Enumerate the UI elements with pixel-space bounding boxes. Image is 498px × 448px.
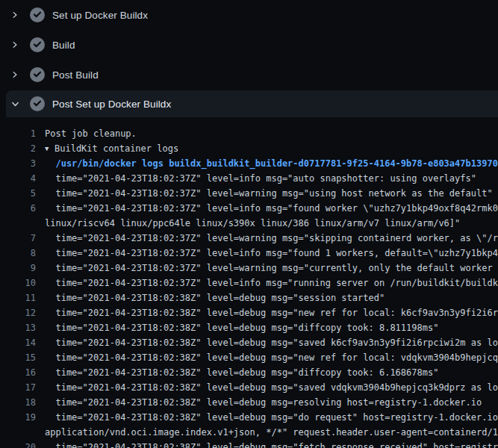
step-row-post-set-up-docker-buildx[interactable]: Post Set up Docker Buildx [6,90,498,117]
log-line: 5 time="2021-04-23T18:02:37Z" level=warn… [0,186,498,201]
log-line-text: time="2021-04-23T18:02:38Z" level=debug … [45,350,498,365]
line-number[interactable]: 8 [0,246,36,261]
log-line: 15 time="2021-04-23T18:02:38Z" level=deb… [0,350,498,365]
log-line-text: BuildKit container logs [55,141,178,156]
line-number[interactable]: 17 [0,380,36,395]
step-label: Set up Docker Buildx [52,10,148,21]
group-toggle-icon[interactable]: ▼ [45,141,55,156]
chevron-right-icon [9,69,21,81]
actions-log-viewer: Set up Docker Buildx Build [0,0,498,448]
log-line-text: time="2021-04-23T18:02:37Z" level=info m… [45,201,498,216]
step-row-build[interactable]: Build [0,30,498,60]
log-line: 19 time="2021-04-23T18:02:38Z" level=deb… [0,410,498,425]
log-line: 12 time="2021-04-23T18:02:38Z" level=deb… [0,305,498,320]
log-line-text: time="2021-04-23T18:02:38Z" level=debug … [45,305,498,320]
chevron-down-icon [9,98,21,110]
line-number[interactable]: 2 [0,141,36,156]
log-line-text: Post job cleanup. [45,126,137,141]
log-line-text: time="2021-04-23T18:02:37Z" level=warnin… [45,186,493,201]
step-row-set-up-docker-buildx[interactable]: Set up Docker Buildx [0,0,498,30]
step-label: Build [52,40,75,51]
log-line: 6 time="2021-04-23T18:02:37Z" level=info… [0,201,498,216]
log-line-text: time="2021-04-23T18:02:37Z" level=info m… [45,171,476,186]
line-number[interactable]: 1 [0,126,36,141]
log-line-text: time="2021-04-23T18:02:38Z" level=debug … [45,410,498,425]
log-line: 8 time="2021-04-23T18:02:37Z" level=info… [0,246,498,261]
log-line-text: time="2021-04-23T18:02:37Z" level=warnin… [45,261,498,276]
line-number[interactable]: 4 [0,171,36,186]
line-number[interactable] [0,425,36,440]
log-line: 10 time="2021-04-23T18:02:37Z" level=inf… [0,276,498,290]
log-line: 18 time="2021-04-23T18:02:38Z" level=deb… [0,395,498,410]
log-line: 7 time="2021-04-23T18:02:37Z" level=warn… [0,231,498,246]
line-number[interactable]: 7 [0,231,36,246]
log-line: 16 time="2021-04-23T18:02:38Z" level=deb… [0,365,498,380]
log-line: 1 Post job cleanup. [0,126,498,141]
log-line: 14 time="2021-04-23T18:02:38Z" level=deb… [0,335,498,350]
log-line-text: time="2021-04-23T18:02:38Z" level=debug … [45,320,438,335]
step-label: Post Set up Docker Buildx [52,99,171,110]
log-line: 11 time="2021-04-23T18:02:38Z" level=deb… [0,290,498,305]
log-line-text: time="2021-04-23T18:02:37Z" level=warnin… [45,231,498,246]
log-line-text: time="2021-04-23T18:02:38Z" level=debug … [45,380,498,395]
line-number[interactable]: 19 [0,410,36,425]
check-circle-icon [30,96,45,111]
line-number[interactable] [0,216,36,231]
log-line-text: time="2021-04-23T18:02:38Z" level=debug … [45,290,385,305]
line-number[interactable]: 14 [0,335,36,350]
line-number[interactable]: 13 [0,320,36,335]
log-line-text: linux/riscv64 linux/ppc64le linux/s390x … [45,216,460,231]
log-line: 13 time="2021-04-23T18:02:38Z" level=deb… [0,320,498,335]
step-row-post-build[interactable]: Post Build [0,60,498,90]
log-line: linux/riscv64 linux/ppc64le linux/s390x … [0,216,498,231]
log-line: application/vnd.oci.image.index.v1+json,… [0,425,498,440]
log-line-text: time="2021-04-23T18:02:38Z" level=debug … [45,395,482,410]
line-number[interactable]: 12 [0,305,36,320]
line-number[interactable]: 3 [0,156,36,171]
chevron-right-icon [9,9,21,21]
line-number[interactable]: 10 [0,276,36,290]
line-number[interactable]: 16 [0,365,36,380]
line-number[interactable]: 20 [0,440,36,448]
line-number[interactable]: 11 [0,290,36,305]
log-view: 1 Post job cleanup. 2 ▼ BuildKit contain… [0,117,498,448]
check-circle-icon [30,67,45,82]
log-line-text: time="2021-04-23T18:02:37Z" level=info m… [45,246,498,261]
log-line: 2 ▼ BuildKit container logs [0,141,498,156]
line-number[interactable]: 5 [0,186,36,201]
steps-list: Set up Docker Buildx Build [0,0,498,117]
log-line-text: time="2021-04-23T18:02:37Z" level=info m… [45,276,498,290]
check-circle-icon [30,37,45,52]
log-line-text: /usr/bin/docker logs buildx_buildkit_bui… [45,156,498,171]
log-line-text: time="2021-04-23T18:02:38Z" level=debug … [45,440,498,448]
line-number[interactable]: 9 [0,261,36,276]
log-line: 20 time="2021-04-23T18:02:38Z" level=deb… [0,440,498,448]
log-line-text: time="2021-04-23T18:02:38Z" level=debug … [45,365,438,380]
step-label: Post Build [52,69,99,81]
line-number[interactable]: 15 [0,350,36,365]
check-circle-icon [30,7,45,22]
log-line: 9 time="2021-04-23T18:02:37Z" level=warn… [0,261,498,276]
log-line-text: application/vnd.oci.image.index.v1+json,… [45,425,498,440]
log-line: 17 time="2021-04-23T18:02:38Z" level=deb… [0,380,498,395]
log-line-text: time="2021-04-23T18:02:38Z" level=debug … [45,335,498,350]
log-line: 4 time="2021-04-23T18:02:37Z" level=info… [0,171,498,186]
chevron-right-icon [9,39,21,51]
line-number[interactable]: 18 [0,395,36,410]
line-number[interactable]: 6 [0,201,36,216]
log-line: 3 /usr/bin/docker logs buildx_buildkit_b… [0,156,498,171]
